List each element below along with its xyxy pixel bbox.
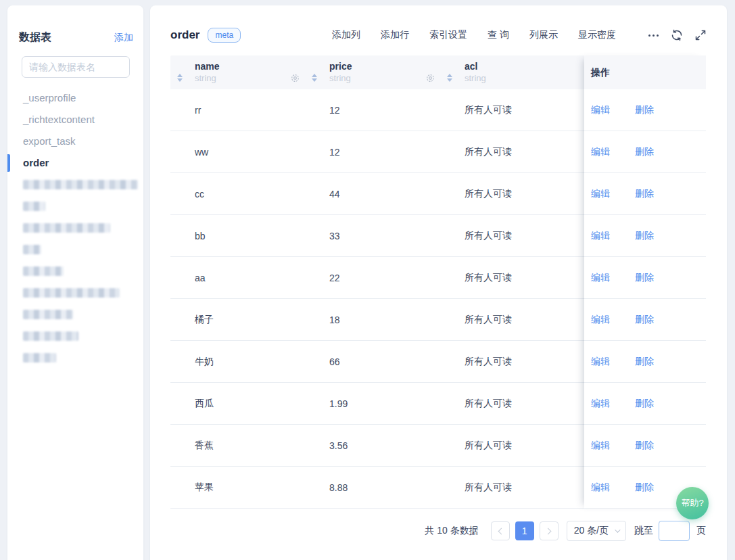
sort-icon[interactable] [447,74,452,82]
sidebar-item-redacted[interactable] [7,239,143,260]
pagination: 共 10 条数据 1 20 条/页 跳至 页 [170,521,706,541]
row-actions: 编辑删除 [584,383,706,425]
page-size-value: 20 条/页 [574,525,609,537]
prev-page-button[interactable] [491,521,510,540]
row-actions: 编辑删除 [584,173,706,215]
cell-name: cc [170,189,305,200]
gear-icon[interactable] [426,74,435,83]
data-table: name string price string [170,55,706,509]
edit-row-button[interactable]: 编辑 [591,272,610,284]
page-title: order [170,28,199,42]
delete-row-button[interactable]: 删除 [635,146,654,158]
column-header-price: price string [305,55,440,89]
cell-name: aa [170,273,305,283]
main-panel: order meta 添加列 添加行 索引设置 查 询 列展示 显示密度 [150,5,727,560]
sidebar-item-_userprofile[interactable]: _userprofile [7,87,143,109]
cell-price: 44 [305,189,440,200]
page-unit-label: 页 [696,525,706,537]
toolbar: 添加列 添加行 索引设置 查 询 列展示 显示密度 [312,29,706,41]
add-row-button[interactable]: 添加行 [381,29,409,41]
delete-row-button[interactable]: 删除 [635,272,654,284]
query-button[interactable]: 查 询 [488,29,509,41]
column-type: string [195,72,305,84]
display-density-button[interactable]: 显示密度 [578,29,616,41]
row-actions: 编辑删除 [584,215,706,257]
page-number-button[interactable]: 1 [515,521,534,540]
row-actions: 编辑删除 [584,131,706,173]
delete-row-button[interactable]: 删除 [635,482,654,494]
delete-row-button[interactable]: 删除 [635,188,654,200]
table-search-input[interactable] [22,56,130,78]
cell-price: 66 [305,356,440,367]
cell-price: 12 [305,105,440,116]
edit-row-button[interactable]: 编辑 [591,314,610,326]
page-size-select[interactable]: 20 条/页 [567,521,626,541]
sort-icon[interactable] [177,74,183,82]
sidebar-item-export_task[interactable]: export_task [7,131,143,152]
delete-row-button[interactable]: 删除 [635,230,654,242]
total-count-text: 共 10 条数据 [425,525,478,537]
edit-row-button[interactable]: 编辑 [591,482,610,494]
delete-row-button[interactable]: 删除 [635,314,654,326]
cell-name: rr [170,105,305,116]
cell-price: 33 [305,231,440,241]
cell-name: 牛奶 [170,356,305,368]
cell-price: 12 [305,147,440,158]
delete-row-button[interactable]: 删除 [635,440,654,452]
operations-header: 操作 [584,55,706,89]
edit-row-button[interactable]: 编辑 [591,230,610,242]
add-table-link[interactable]: 添加 [114,32,133,44]
sidebar-item-order[interactable]: order [7,152,143,174]
delete-row-button[interactable]: 删除 [635,398,654,410]
column-header-name: name string [170,55,305,89]
add-column-button[interactable]: 添加列 [332,29,360,41]
sidebar-header: 数据表 添加 [19,30,133,45]
edit-row-button[interactable]: 编辑 [591,104,610,116]
sidebar-item-redacted[interactable] [7,195,143,217]
chevron-down-icon [615,527,620,532]
sidebar-item-redacted[interactable] [7,217,143,239]
row-actions: 编辑删除 [584,425,706,467]
row-actions: 编辑删除 [584,341,706,383]
column-display-button[interactable]: 列展示 [529,29,558,41]
cell-name: ww [170,147,305,158]
row-actions: 编辑删除 [584,299,706,341]
sidebar-item-redacted[interactable] [7,260,143,282]
cell-name: 苹果 [170,482,305,494]
edit-row-button[interactable]: 编辑 [591,188,610,200]
refresh-icon[interactable] [671,29,683,41]
next-page-button[interactable] [540,521,559,540]
edit-row-button[interactable]: 编辑 [591,398,610,410]
cell-name: 西瓜 [170,398,305,410]
sidebar-item-redacted[interactable] [7,347,143,369]
sidebar-item-redacted[interactable] [7,304,143,325]
cell-price: 8.88 [305,482,440,493]
sidebar-item-redacted[interactable] [7,325,143,347]
meta-badge: meta [208,28,241,43]
column-type: string [329,72,440,84]
delete-row-button[interactable]: 删除 [635,356,654,368]
sidebar-item-redacted[interactable] [7,282,143,304]
row-actions: 编辑删除 [584,257,706,299]
cell-name: 香蕉 [170,440,305,452]
expand-icon[interactable] [695,30,706,41]
cell-name: bb [170,231,305,241]
more-icon[interactable] [648,34,659,37]
edit-row-button[interactable]: 编辑 [591,440,610,452]
cell-name: 橘子 [170,314,305,326]
row-actions: 编辑删除 [584,89,706,131]
column-title: price [329,60,440,72]
jump-to-page-input[interactable] [659,521,690,541]
sort-icon[interactable] [312,74,317,82]
sidebar-item-redacted[interactable] [7,174,143,195]
delete-row-button[interactable]: 删除 [635,104,654,116]
table-list: _userprofile_richtextcontentexport_tasko… [7,87,143,369]
edit-row-button[interactable]: 编辑 [591,146,610,158]
index-settings-button[interactable]: 索引设置 [429,29,467,41]
sidebar-item-_richtextcontent[interactable]: _richtextcontent [7,109,143,131]
edit-row-button[interactable]: 编辑 [591,356,610,368]
gear-icon[interactable] [291,74,300,83]
column-title: name [195,60,305,72]
cell-price: 1.99 [305,398,440,409]
help-button[interactable]: 帮助? [676,487,709,519]
